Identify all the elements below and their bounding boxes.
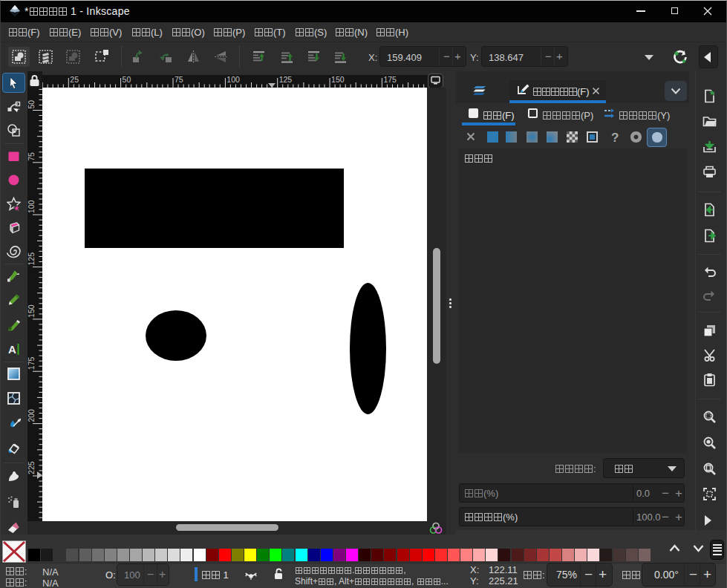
svg-text:75: 75 xyxy=(27,152,36,161)
svg-text:225: 225 xyxy=(27,461,36,474)
svg-text:150: 150 xyxy=(27,304,36,318)
svg-text:100: 100 xyxy=(226,75,240,84)
svg-text:50: 50 xyxy=(123,75,131,84)
svg-text:125: 125 xyxy=(27,252,36,266)
svg-text:125: 125 xyxy=(279,75,293,84)
svg-text:A: A xyxy=(8,343,16,356)
svg-text:75: 75 xyxy=(175,75,183,84)
svg-text:200: 200 xyxy=(27,409,36,422)
svg-text:175: 175 xyxy=(383,75,397,84)
svg-text:100: 100 xyxy=(27,200,36,214)
svg-text:50: 50 xyxy=(27,100,36,109)
svg-text:175: 175 xyxy=(27,357,36,370)
svg-text:150: 150 xyxy=(331,75,345,84)
svg-text:25: 25 xyxy=(70,75,79,84)
